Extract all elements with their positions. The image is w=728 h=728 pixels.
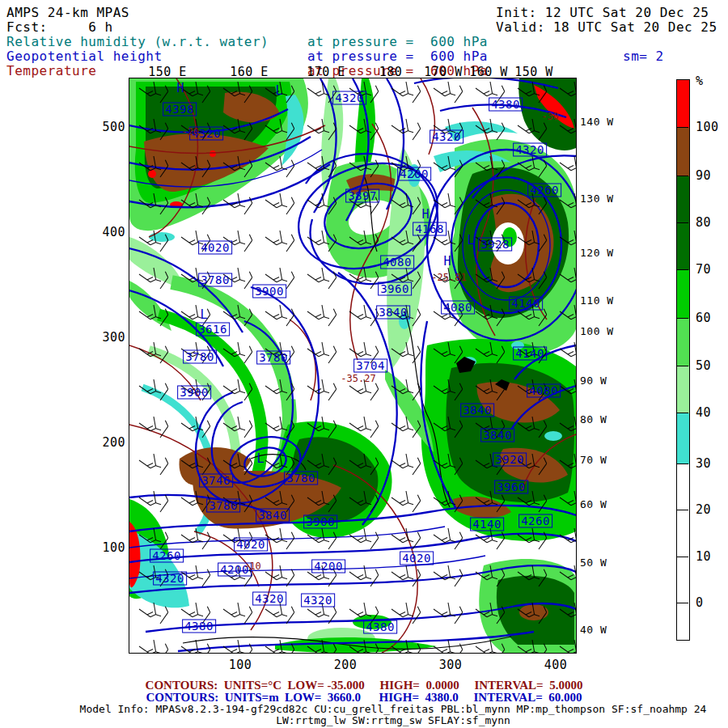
height-contour-label: 3746	[199, 474, 233, 488]
colorbar-tick-line	[676, 510, 688, 510]
height-contour-label: 3900	[303, 515, 337, 529]
pressure-center-marker: L	[200, 309, 207, 321]
axis-tick-label: 70 W	[580, 454, 607, 466]
field-rh-label: Relative humidity (w.r.t. water)	[6, 36, 269, 49]
height-contour-label: 3960	[378, 282, 412, 296]
wind-barbs-layer	[129, 78, 576, 653]
height-contour-label: 4398	[163, 103, 197, 116]
colorbar-tick-line	[676, 127, 688, 128]
colorbar-tick-label: 60	[696, 311, 711, 325]
axis-tick-label: 100	[229, 658, 252, 672]
height-contour-label: 3900	[177, 386, 211, 400]
height-contour-label: 4020	[400, 552, 434, 565]
colorbar-segment	[677, 270, 689, 319]
height-contour-label: 4320	[430, 130, 463, 144]
height-contour-label: 3780	[284, 472, 318, 485]
height-contour-label: 3928	[478, 238, 512, 252]
pressure-center-marker: L	[275, 85, 282, 97]
axis-tick-label: 40 W	[580, 624, 607, 636]
colorbar-segment	[677, 319, 689, 366]
height-contour-label: 4140	[513, 347, 547, 361]
colorbar-tick-label: %	[696, 74, 704, 88]
height-contour-label: 3900	[252, 285, 286, 298]
height-contour-label: 4320	[513, 143, 547, 157]
height-contour-label: 4320	[252, 592, 286, 606]
colorbar-tick-line	[676, 366, 688, 366]
field-ght-level: at pressure = 600 hPa	[307, 50, 488, 63]
axis-tick-label: 200	[102, 435, 125, 450]
height-contour-label: 4140	[509, 297, 543, 311]
colorbar-tick-line	[676, 463, 688, 464]
weather-chart-page: { "header": { "model": "AMPS 24-km MPAS"…	[0, 0, 728, 728]
colorbar-segment	[677, 366, 689, 413]
colorbar-tick-line	[676, 176, 688, 176]
colorbar-tick-label: 50	[696, 358, 711, 373]
colorbar-segment	[677, 413, 689, 464]
height-contour-label: 3840	[480, 429, 514, 442]
axis-tick-label: 50 W	[580, 557, 607, 569]
axis-tick-label: 400	[544, 658, 568, 672]
height-contour-label: 4260	[518, 514, 552, 528]
axis-tick-label: 100	[102, 540, 125, 555]
colorbar-tick-label: 70	[696, 262, 711, 277]
smoothing-note: sm= 2	[623, 50, 664, 63]
axis-tick-label: 200	[334, 658, 358, 672]
height-contour-label: 4320	[332, 91, 366, 105]
temperature-contour-label: -30	[541, 112, 559, 122]
height-contour-label: 4080	[380, 256, 414, 269]
field-rh-level: at pressure = 600 hPa	[307, 36, 488, 49]
axis-tick-label: 140 W	[580, 116, 614, 128]
colorbar-segment	[677, 80, 689, 128]
height-contour-label: 3780	[256, 351, 290, 365]
axis-tick-label: 300	[102, 330, 125, 345]
height-contour-label: 3840	[460, 404, 494, 417]
temperature-contour-label: -25.81	[431, 273, 466, 283]
height-contour-label: 4080	[527, 384, 561, 398]
pressure-center-marker: H	[176, 83, 184, 95]
axis-tick-label: 110 W	[580, 294, 614, 307]
init-time: Init: 12 UTC Sat 20 Dec 25	[496, 6, 709, 19]
pressure-center-marker: H	[443, 256, 451, 268]
height-contour-label: 4320	[301, 594, 335, 607]
height-contour-label: 4380	[489, 98, 523, 112]
colorbar-segment	[677, 223, 689, 270]
axis-tick-label: 120 W	[580, 247, 614, 259]
axis-tick-label: 300	[439, 658, 463, 672]
model-title: AMPS 24-km MPAS	[6, 6, 129, 19]
colorbar-segment	[677, 176, 689, 223]
colorbar-segment	[677, 464, 689, 640]
height-contour-label: 4380	[363, 620, 397, 634]
colorbar-tick-label: 100	[696, 120, 719, 134]
height-contour-label: 3897	[345, 189, 379, 203]
height-contour-label: 3780	[183, 350, 217, 364]
temperature-contour-label: -20	[181, 127, 199, 138]
colorbar-tick-line	[676, 318, 688, 319]
colorbar-segment	[677, 128, 689, 176]
colorbar-tick-line	[676, 557, 688, 557]
height-contour-label: 4260	[150, 549, 184, 563]
field-temp-label: Temperature	[6, 65, 96, 78]
temperature-contour-label: -35.27	[341, 374, 375, 384]
field-ght-label: Geopotential height	[6, 50, 163, 63]
temperature-contour-label: -10	[243, 561, 261, 572]
height-contour-label: 4140	[470, 518, 504, 531]
axis-tick-label: 500	[102, 120, 125, 134]
height-contour-label: 4200	[311, 560, 345, 574]
colorbar-tick-line	[676, 222, 688, 223]
axis-tick-label: 90 W	[580, 375, 607, 387]
pressure-center-marker: L	[467, 235, 474, 247]
height-contour-label: 4320	[153, 572, 187, 586]
height-contour-label: 3704	[353, 359, 387, 373]
colorbar-tick-label: 10	[696, 549, 711, 564]
pressure-center-marker: L	[256, 453, 264, 465]
colorbar-tick-line	[676, 269, 688, 270]
height-contour-label: 4380	[182, 620, 216, 633]
model-info-line-2: LW:rrtmg_lw SW:rrtmg_sw SFLAY:sf_mynn	[276, 714, 510, 726]
height-contour-label: 4080	[441, 301, 475, 315]
height-contour-label: 3616	[196, 323, 230, 336]
height-contour-label: 3920	[493, 453, 527, 467]
colorbar-tick-label: 20	[696, 502, 711, 517]
height-contour-label: 4020	[234, 538, 268, 552]
height-contour-label: 4200	[397, 167, 431, 181]
map-graphics	[129, 78, 576, 653]
